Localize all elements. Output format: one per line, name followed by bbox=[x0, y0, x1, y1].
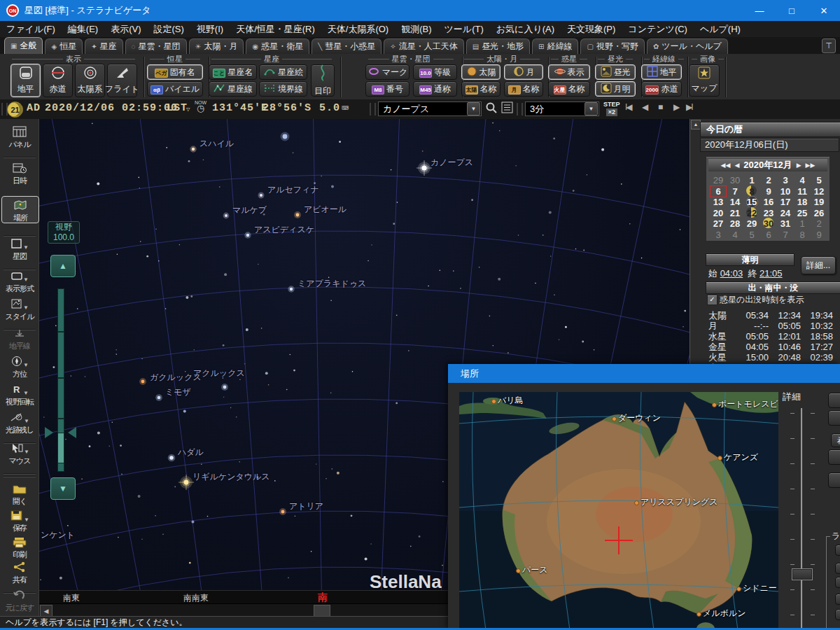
calendar-day-6[interactable]: 6 bbox=[761, 230, 776, 240]
edge-button-0[interactable] bbox=[828, 393, 840, 408]
ribbon-button-地平[interactable]: 地平 bbox=[641, 64, 682, 80]
menu-item-6[interactable]: 天体/太陽系(O) bbox=[321, 21, 395, 37]
calendar-day-30[interactable]: 30 bbox=[727, 175, 743, 186]
dropdown-arrow-icon[interactable]: ▼ bbox=[23, 362, 29, 368]
tab-恒星[interactable]: ◈恒星 bbox=[45, 38, 83, 54]
ribbon-button-赤道[interactable]: 2000赤道 bbox=[641, 81, 682, 97]
sidebar-item-場所[interactable]: 場所 bbox=[1, 196, 39, 223]
dropdown-arrow-icon[interactable]: ▼ bbox=[24, 418, 29, 424]
play-back-button[interactable]: ◀ bbox=[642, 102, 647, 112]
calendar-day-27[interactable]: 27 bbox=[710, 218, 726, 229]
tab-経緯線[interactable]: ⊞経緯線 bbox=[532, 38, 578, 54]
calendar-day-24[interactable]: 24 bbox=[778, 208, 793, 218]
map-zoom-slider-handle[interactable] bbox=[792, 568, 813, 580]
ribbon-button-名称[interactable]: 火星名称 bbox=[548, 81, 590, 97]
tab-星雲・星団[interactable]: ◌星雲・星団 bbox=[125, 38, 187, 54]
calendar-day-28[interactable]: 28 bbox=[727, 218, 743, 229]
dropdown-arrow-icon[interactable]: ▼ bbox=[23, 244, 29, 251]
calendar-day-25[interactable]: 25 bbox=[794, 208, 810, 218]
ribbon-button-赤道[interactable]: 赤道 bbox=[43, 64, 73, 97]
calendar-day-22[interactable]: 22 bbox=[744, 208, 760, 218]
keyboard-icon[interactable]: ⌨ bbox=[342, 101, 349, 115]
sidebar-item-表示形式[interactable]: ▼表示形式 bbox=[1, 270, 38, 293]
menu-item-0[interactable]: ファイル(F) bbox=[0, 21, 62, 37]
menu-item-4[interactable]: 視野(I) bbox=[190, 21, 230, 37]
lst-label[interactable]: LST bbox=[167, 102, 188, 114]
location-window-title-bar[interactable]: 場所 bbox=[448, 364, 840, 383]
calendar-day-29[interactable]: 29 bbox=[710, 175, 726, 186]
ribbon-button-境界線[interactable]: 境界線 bbox=[259, 81, 307, 97]
tab-太陽・月[interactable]: ☀太陽・月 bbox=[189, 38, 244, 54]
calendar-day-9[interactable]: 9 bbox=[811, 230, 827, 240]
calendar-day-3[interactable]: 3 bbox=[710, 230, 726, 240]
location-map[interactable]: バリ島ダーウィンポートモレスビケアンズアリススプリングスパースシドニーメルボルン bbox=[459, 392, 778, 630]
calendar-day-17[interactable]: 17 bbox=[778, 197, 793, 207]
ribbon-button-昼光[interactable]: 昼光 bbox=[595, 64, 636, 80]
ribbon-button-星座絵[interactable]: 星座絵 bbox=[259, 64, 307, 80]
calendar-day-3[interactable]: 3 bbox=[778, 175, 793, 186]
combo-arrow-icon[interactable]: ▼ bbox=[467, 102, 480, 115]
ribbon-button-太陽[interactable]: 太陽 bbox=[461, 64, 500, 80]
calendar-next-year-button[interactable]: ▶▶ bbox=[806, 162, 816, 169]
sidebar-item-開く[interactable]: 開く bbox=[1, 483, 38, 506]
menu-item-12[interactable]: ヘルプ(H) bbox=[694, 21, 747, 37]
calendar-prev-year-button[interactable]: ◀◀ bbox=[721, 162, 731, 169]
calendar-day-1[interactable]: 1 bbox=[744, 175, 760, 186]
calendar-day-5[interactable]: 5 bbox=[811, 175, 827, 186]
calendar-day-26[interactable]: 26 bbox=[811, 208, 827, 218]
ribbon-button-星座線[interactable]: 星座線 bbox=[209, 81, 257, 97]
calendar-day-14[interactable]: 14 bbox=[727, 197, 743, 207]
ribbon-button-バイエル[interactable]: αβバイエル bbox=[147, 81, 203, 97]
calendar-day-16[interactable]: 16 bbox=[761, 197, 776, 207]
maximize-button[interactable]: □ bbox=[776, 0, 808, 21]
tab-昼光・地形[interactable]: ▤昼光・地形 bbox=[466, 38, 530, 54]
edge-widget-4[interactable] bbox=[835, 609, 840, 620]
edge-button-2[interactable]: 衤 bbox=[831, 433, 840, 447]
ribbon-button-月明[interactable]: 月明 bbox=[595, 81, 636, 97]
sidebar-item-光跡残し[interactable]: ▼光跡残し bbox=[1, 412, 38, 435]
ribbon-button-表示[interactable]: 表示 bbox=[548, 64, 590, 80]
lst-dropdown-icon[interactable]: ▽ bbox=[186, 106, 190, 113]
calendar-day-5[interactable]: 5 bbox=[744, 230, 760, 240]
ribbon-button-マーク[interactable]: マーク bbox=[365, 64, 410, 80]
calendar-day-4[interactable]: 4 bbox=[727, 230, 743, 240]
calendar-day-12[interactable]: 12 bbox=[811, 186, 827, 197]
calendar-next-month-button[interactable]: ▶ bbox=[797, 162, 802, 169]
sidebar-item-保存[interactable]: ▼保存 bbox=[1, 510, 38, 533]
dropdown-arrow-icon[interactable]: ▼ bbox=[23, 390, 29, 396]
sidebar-item-マウス[interactable]: ▼マウス bbox=[1, 442, 38, 465]
calendar-day-21[interactable]: 21 bbox=[727, 208, 743, 218]
dropdown-arrow-icon[interactable]: ▼ bbox=[24, 517, 29, 523]
tab-全般[interactable]: ▣全般 bbox=[4, 37, 43, 54]
sidebar-item-印刷[interactable]: 印刷 bbox=[1, 536, 38, 559]
edge-button-1[interactable] bbox=[828, 410, 840, 426]
ribbon-button-番号[interactable]: M8番号 bbox=[365, 81, 410, 97]
minimize-button[interactable]: — bbox=[743, 0, 776, 21]
ribbon-button-名称[interactable]: 太陽名称 bbox=[461, 81, 500, 97]
calendar-day-29[interactable]: 29 bbox=[744, 218, 760, 229]
sidebar-item-共有[interactable]: 共有 bbox=[1, 561, 38, 584]
menu-item-10[interactable]: 天文現象(P) bbox=[561, 21, 622, 37]
menu-item-9[interactable]: お気に入り(A) bbox=[490, 21, 561, 37]
dropdown-arrow-icon[interactable]: ▼ bbox=[24, 449, 29, 455]
tab-星座[interactable]: ✦星座 bbox=[85, 38, 122, 54]
dropdown-arrow-icon[interactable]: ▼ bbox=[23, 276, 29, 283]
search-icon[interactable] bbox=[485, 102, 498, 114]
stop-button[interactable]: ■ bbox=[658, 102, 662, 112]
calendar-day-20[interactable]: 20 bbox=[710, 208, 726, 218]
datetime-value[interactable]: 2020/12/06 02:59:00 bbox=[45, 102, 178, 114]
twilight-end-time[interactable]: 21:05 bbox=[760, 268, 783, 279]
now-clock-icon[interactable]: NOW◷ bbox=[195, 100, 206, 111]
calendar-day-19[interactable]: 19 bbox=[811, 197, 827, 207]
calendar-day-15[interactable]: 15 bbox=[744, 197, 760, 207]
tab-ツール・ヘルプ[interactable]: ✿ツール・ヘルプ bbox=[647, 38, 728, 54]
edge-widget-3[interactable] bbox=[835, 594, 840, 605]
edge-button-4[interactable] bbox=[828, 472, 840, 488]
ribbon-button-月[interactable]: 月 bbox=[504, 64, 543, 80]
play-forward-button[interactable]: ▶ bbox=[673, 102, 678, 112]
calendar-day-9[interactable]: 9 bbox=[761, 186, 776, 197]
calendar-day-2[interactable]: 2 bbox=[761, 175, 776, 186]
calendar-day-10[interactable]: 10 bbox=[778, 186, 793, 197]
twilight-start-time[interactable]: 04:03 bbox=[720, 268, 743, 279]
sidebar-item-パネル[interactable]: パネル bbox=[1, 126, 38, 149]
